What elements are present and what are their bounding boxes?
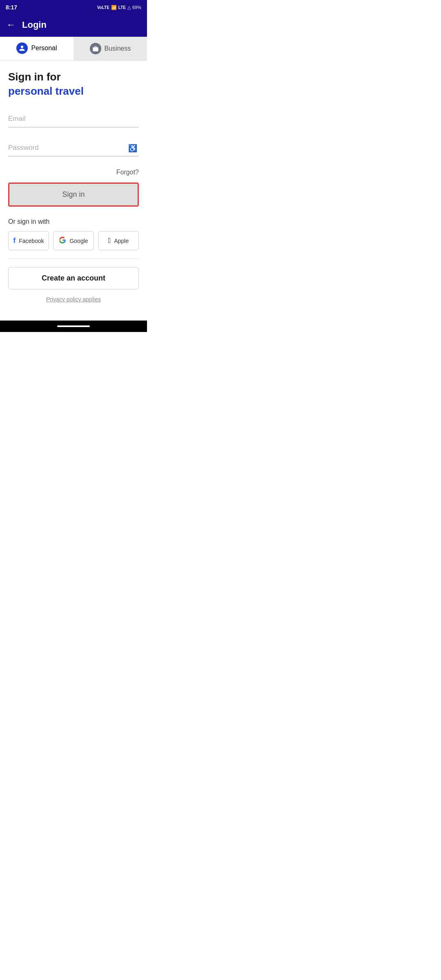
password-wrapper: ♿ (8, 140, 139, 156)
email-field-group (8, 111, 139, 127)
tab-personal[interactable]: Personal (0, 37, 74, 60)
or-section: Or sign in with f Facebook Google (8, 218, 139, 250)
google-label: Google (69, 238, 88, 244)
back-button[interactable]: ← (7, 20, 16, 30)
battery-icon: 69% (132, 5, 141, 10)
or-text: Or sign in with (8, 218, 139, 225)
section-divider (8, 258, 139, 259)
main-content: Sign in for personal travel ♿ Forgot? Si… (0, 61, 147, 321)
create-account-button[interactable]: Create an account (8, 267, 139, 290)
facebook-icon: f (13, 236, 16, 245)
status-time: 8:17 (6, 4, 17, 11)
apple-label: Apple (114, 238, 129, 244)
password-field-group: ♿ (8, 140, 139, 156)
status-bar: 8:17 VoLTE 📶 LTE △ 69% (0, 0, 147, 15)
bottom-bar (0, 321, 147, 332)
tab-bar: Personal Business (0, 37, 147, 61)
signal-icon: △ (127, 5, 131, 10)
facebook-label: Facebook (19, 238, 44, 244)
status-icons: VoLTE 📶 LTE △ 69% (97, 5, 141, 10)
google-signin-button[interactable]: Google (53, 231, 94, 250)
email-input[interactable] (8, 111, 139, 127)
personal-icon (16, 42, 28, 54)
wifi-icon: 📶 (111, 5, 117, 10)
tab-business-label: Business (105, 45, 131, 52)
privacy-policy-link[interactable]: Privacy policy applies (8, 296, 139, 303)
sign-in-heading-line2: personal travel (8, 85, 139, 98)
tab-business[interactable]: Business (74, 37, 147, 60)
forgot-link[interactable]: Forgot? (116, 169, 139, 176)
page-title: Login (22, 20, 47, 30)
sign-in-heading-block: Sign in for personal travel (8, 71, 139, 98)
sign-in-heading-line1: Sign in for (8, 71, 139, 83)
tab-personal-label: Personal (31, 45, 57, 52)
volte-icon: VoLTE (97, 5, 109, 10)
google-icon (59, 236, 66, 245)
password-toggle-icon[interactable]: ♿ (128, 144, 137, 153)
business-icon (90, 43, 101, 54)
lte-icon: LTE (118, 5, 126, 10)
home-indicator (57, 325, 90, 327)
facebook-signin-button[interactable]: f Facebook (8, 231, 49, 250)
apple-icon:  (108, 236, 111, 245)
forgot-row: Forgot? (8, 169, 139, 176)
social-buttons: f Facebook Google  Apple (8, 231, 139, 250)
apple-signin-button[interactable]:  Apple (98, 231, 139, 250)
sign-in-button[interactable]: Sign in (8, 183, 139, 207)
app-header: ← Login (0, 15, 147, 37)
password-input[interactable] (8, 140, 139, 156)
